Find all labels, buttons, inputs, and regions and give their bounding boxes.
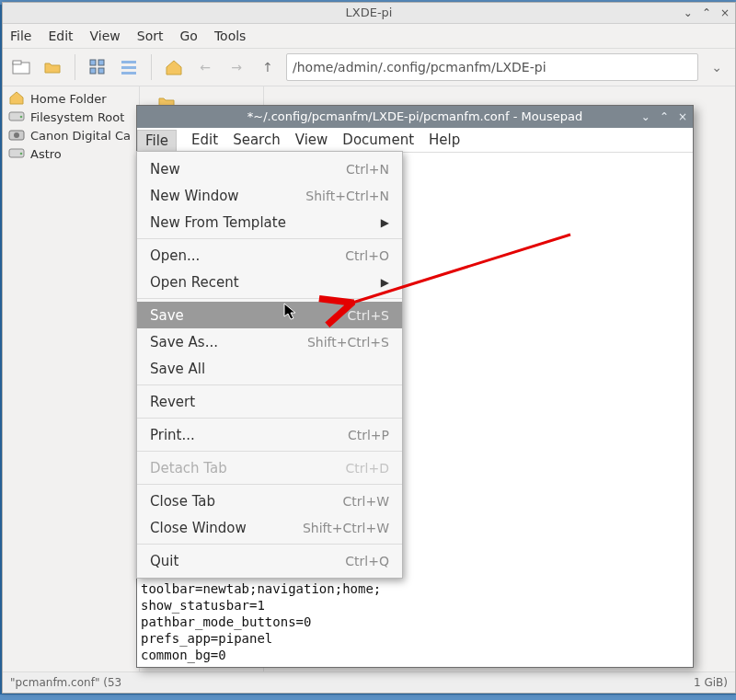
menu-item-save[interactable]: SaveCtrl+S: [137, 302, 402, 328]
mp-titlebar[interactable]: *~/.config/pcmanfm/LXDE-pi/pcmanfm.conf …: [137, 106, 693, 128]
chevron-right-icon: ▶: [381, 276, 389, 289]
fm-menubar: File Edit View Sort Go Tools: [3, 24, 735, 49]
svg-rect-8: [121, 72, 136, 75]
camera-icon: [8, 128, 25, 143]
menu-item-save-as-[interactable]: Save As...Shift+Ctrl+S: [137, 328, 402, 355]
svg-rect-1: [13, 61, 21, 64]
shortcut-text: Ctrl+S: [347, 308, 389, 323]
menu-item-label: Save: [150, 307, 184, 324]
shortcut-text: Ctrl+N: [346, 162, 389, 177]
fm-titlebar[interactable]: LXDE-pi ⌄ ⌃ ×: [3, 3, 735, 24]
fm-toolbar: ← → ↑ /home/admin/.config/pcmanfm/LXDE-p…: [3, 49, 735, 86]
back-icon[interactable]: ←: [192, 54, 218, 80]
fm-menu-tools[interactable]: Tools: [214, 29, 247, 43]
menu-item-detach-tab: Detach TabCtrl+D: [137, 454, 402, 481]
file-dropdown-menu: NewCtrl+NNew WindowShift+Ctrl+NNew From …: [136, 151, 403, 579]
menu-item-label: Print...: [150, 427, 195, 443]
new-tab-icon[interactable]: [8, 54, 34, 80]
mp-menubar: File Edit Search View Document Help: [137, 128, 693, 153]
menu-item-label: Close Window: [150, 520, 247, 536]
menu-item-open-[interactable]: Open...Ctrl+O: [137, 242, 402, 269]
home-icon: [8, 90, 25, 108]
menu-item-label: Open...: [150, 247, 200, 264]
menu-item-revert[interactable]: Revert: [137, 388, 402, 415]
mp-menu-view[interactable]: View: [295, 132, 328, 148]
home-toolbar-icon[interactable]: [161, 54, 187, 80]
menu-item-label: New From Template: [150, 214, 286, 231]
chevron-right-icon: ▶: [381, 216, 389, 229]
mp-menu-document[interactable]: Document: [342, 132, 414, 148]
menu-item-label: Close Tab: [150, 493, 215, 510]
fm-menu-sort[interactable]: Sort: [137, 29, 164, 43]
svg-rect-6: [121, 61, 136, 63]
drive-icon: [8, 146, 25, 162]
maximize-icon[interactable]: ⌃: [702, 3, 711, 23]
maximize-icon[interactable]: ⌃: [660, 106, 669, 128]
list-view-icon[interactable]: [116, 54, 142, 80]
minimize-icon[interactable]: ⌄: [641, 106, 650, 128]
svg-rect-3: [98, 60, 104, 65]
mp-menu-file[interactable]: File: [137, 130, 177, 151]
path-dropdown-icon[interactable]: ⌄: [704, 54, 730, 80]
fm-menu-view[interactable]: View: [90, 29, 121, 43]
menu-item-quit[interactable]: QuitCtrl+Q: [137, 547, 402, 574]
path-text: /home/admin/.config/pcmanfm/LXDE-pi: [293, 60, 546, 75]
mp-menu-help[interactable]: Help: [429, 132, 460, 148]
minimize-icon[interactable]: ⌄: [684, 3, 693, 23]
shortcut-text: Shift+Ctrl+S: [307, 335, 389, 350]
menu-item-close-tab[interactable]: Close TabCtrl+W: [137, 488, 402, 514]
status-left: "pcmanfm.conf" (53: [10, 676, 121, 689]
places-sidebar: Home FolderFilesystem RootCanon Digital …: [3, 86, 140, 672]
mp-menu-edit[interactable]: Edit: [191, 132, 218, 148]
folder-toolbar-icon[interactable]: [40, 54, 65, 80]
fm-menu-file[interactable]: File: [10, 29, 31, 43]
mp-menu-search[interactable]: Search: [233, 132, 281, 148]
menu-item-label: New Window: [150, 188, 239, 204]
menu-item-label: Detach Tab: [150, 460, 227, 476]
menu-item-label: Quit: [150, 553, 178, 569]
menu-item-close-window[interactable]: Close WindowShift+Ctrl+W: [137, 514, 402, 541]
svg-rect-7: [121, 66, 136, 69]
shortcut-text: Shift+Ctrl+N: [305, 189, 389, 203]
menu-item-label: Open Recent: [150, 274, 239, 291]
menu-item-open-recent[interactable]: Open Recent▶: [137, 269, 402, 295]
close-icon[interactable]: ×: [678, 106, 687, 128]
fm-menu-edit[interactable]: Edit: [48, 29, 73, 43]
svg-point-12: [14, 132, 19, 138]
menu-item-new-from-template[interactable]: New From Template▶: [137, 209, 402, 235]
forward-icon[interactable]: →: [224, 54, 249, 80]
menu-item-new-window[interactable]: New WindowShift+Ctrl+N: [137, 182, 402, 209]
place-astro[interactable]: Astro: [3, 144, 139, 163]
svg-rect-2: [90, 60, 96, 65]
menu-item-label: Save As...: [150, 334, 218, 350]
svg-point-14: [20, 152, 23, 155]
svg-rect-5: [98, 68, 104, 74]
up-icon[interactable]: ↑: [255, 54, 281, 80]
fm-menu-go[interactable]: Go: [180, 29, 198, 43]
menu-item-save-all[interactable]: Save All: [137, 355, 402, 382]
place-canon-digital-ca[interactable]: Canon Digital Ca: [3, 126, 139, 144]
shortcut-text: Ctrl+P: [348, 428, 389, 442]
menu-item-label: Revert: [150, 394, 195, 410]
status-right: 1 GiB): [694, 672, 728, 693]
menu-item-new[interactable]: NewCtrl+N: [137, 155, 402, 182]
shortcut-text: Ctrl+O: [345, 248, 389, 263]
menu-item-label: Save All: [150, 361, 205, 377]
place-home-folder[interactable]: Home Folder: [3, 89, 139, 108]
close-icon[interactable]: ×: [720, 3, 730, 23]
fm-title-text: LXDE-pi: [346, 6, 393, 19]
path-entry[interactable]: /home/admin/.config/pcmanfm/LXDE-pi: [286, 53, 698, 81]
drive-icon: [8, 109, 25, 125]
menu-item-print-[interactable]: Print...Ctrl+P: [137, 421, 402, 448]
icon-view-icon[interactable]: [85, 54, 110, 80]
shortcut-text: Ctrl+Q: [345, 554, 389, 568]
menu-item-label: New: [150, 161, 180, 178]
fm-statusbar: "pcmanfm.conf" (53 1 GiB): [3, 671, 735, 693]
shortcut-text: Ctrl+W: [343, 494, 389, 509]
svg-point-10: [20, 115, 23, 118]
place-filesystem-root[interactable]: Filesystem Root: [3, 108, 139, 126]
shortcut-text: Ctrl+D: [346, 461, 389, 476]
svg-rect-4: [90, 68, 96, 74]
shortcut-text: Shift+Ctrl+W: [303, 521, 389, 535]
mp-title-text: *~/.config/pcmanfm/LXDE-pi/pcmanfm.conf …: [247, 109, 582, 123]
